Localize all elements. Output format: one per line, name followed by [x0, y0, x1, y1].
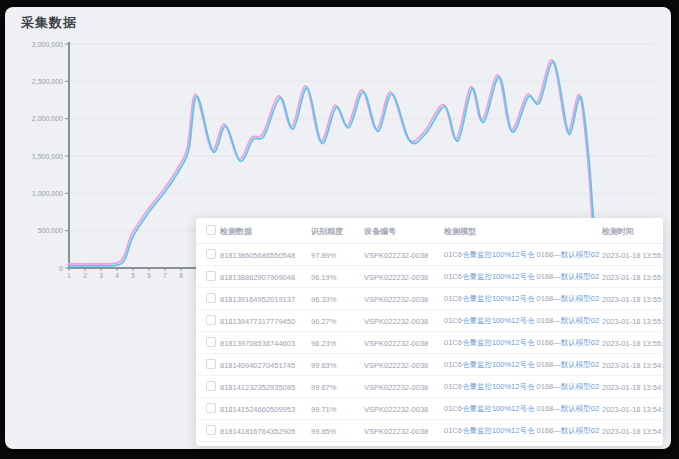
cell-device: VSPK022232-0038	[364, 382, 440, 391]
cell-time: 2023-01-18 13:55:25	[602, 316, 662, 325]
row-checkbox[interactable]	[206, 337, 216, 347]
x-axis-tick-label: 4	[115, 272, 119, 279]
cell-time: 2023-01-18 13:54:43	[602, 360, 662, 369]
row-checkbox[interactable]	[206, 381, 216, 391]
table-row[interactable]: 81813860568655054897.89%VSPK022232-00380…	[196, 244, 663, 266]
header-time: 检测时间	[602, 225, 662, 236]
app-panel: 采集数据 0500,0001,000,0001,500,0002,000,000…	[5, 7, 671, 449]
cell-data-id: 818141816764352905	[220, 426, 310, 435]
cell-accuracy: 97.89%	[311, 250, 359, 259]
cell-accuracy: 99.63%	[311, 360, 359, 369]
header-accuracy: 识别精度	[311, 225, 359, 236]
x-axis-tick-label: 1	[67, 272, 71, 279]
cell-model: 01C6仓量监控100%12号仓 0168—默认模型02	[444, 294, 596, 304]
header-model: 检测模型	[444, 225, 596, 236]
row-checkbox[interactable]	[206, 293, 216, 303]
y-axis-tick-label: 2,000,000	[32, 115, 63, 122]
cell-data-id: 818138862907909048	[220, 272, 310, 281]
cell-data-id: 818141232352935085	[220, 382, 310, 391]
cell-time: 2023-01-18 13:55:25	[602, 272, 662, 281]
cell-device: VSPK022232-0038	[364, 338, 440, 347]
cell-accuracy: 99.85%	[311, 426, 359, 435]
cell-model: 01C6仓量监控100%12号仓 0168—默认模型02	[444, 316, 596, 326]
cell-model: 01C6仓量监控100%12号仓 0168—默认模型02	[444, 250, 596, 260]
y-axis-tick-label: 2,500,000	[32, 78, 63, 85]
cell-device: VSPK022232-0038	[364, 316, 440, 325]
cell-time: 2023-01-18 13:55:23	[602, 338, 662, 347]
cell-accuracy: 96.19%	[311, 272, 359, 281]
x-axis-tick-label: 6	[147, 272, 151, 279]
cell-device: VSPK022232-0038	[364, 426, 440, 435]
cell-accuracy: 96.33%	[311, 294, 359, 303]
cell-device: VSPK022232-0038	[364, 250, 440, 259]
table-row[interactable]: 81813947731777945096.27%VSPK022232-00380…	[196, 310, 663, 332]
row-checkbox[interactable]	[206, 249, 216, 259]
cell-model: 01C6仓量监控100%12号仓 0168—默认模型02	[444, 338, 596, 348]
cell-device: VSPK022232-0038	[364, 360, 440, 369]
cell-accuracy: 99.71%	[311, 404, 359, 413]
detection-table-card: 检测数据 识别精度 设备编号 检测模型 检测时间 818138605686550…	[196, 218, 663, 446]
table-row[interactable]: 81813916495201913796.33%VSPK022232-00380…	[196, 288, 663, 310]
table-row[interactable]: 81814123235293508599.67%VSPK022232-00380…	[196, 376, 663, 398]
cell-model: 01C6仓量监控100%12号仓 0168—默认模型02	[444, 404, 596, 414]
y-axis-tick-label: 1,500,000	[32, 153, 63, 160]
cell-accuracy: 99.67%	[311, 382, 359, 391]
y-axis-tick-label: 500,000	[38, 227, 63, 234]
cell-data-id: 818138605686550548	[220, 250, 310, 259]
table-body: 81813860568655054897.89%VSPK022232-00380…	[196, 244, 663, 442]
cell-model: 01C6仓量监控100%12号仓 0168—默认模型02	[444, 360, 596, 370]
y-axis-tick-label: 1,000,000	[32, 190, 63, 197]
table-row[interactable]: 81813886290790904896.19%VSPK022232-00380…	[196, 266, 663, 288]
table-row[interactable]: 81814152466050995399.71%VSPK022232-00380…	[196, 398, 663, 420]
cell-model: 01C6仓量监控100%12号仓 0168—默认模型02	[444, 426, 596, 436]
table-header-row: 检测数据 识别精度 设备编号 检测模型 检测时间	[196, 218, 663, 244]
row-checkbox[interactable]	[206, 403, 216, 413]
row-checkbox[interactable]	[206, 359, 216, 369]
x-axis-tick-label: 3	[99, 272, 103, 279]
cell-device: VSPK022232-0038	[364, 272, 440, 281]
cell-model: 01C6仓量监控100%12号仓 0168—默认模型02	[444, 272, 596, 282]
table-row[interactable]: 81813970853674460396.23%VSPK022232-00380…	[196, 332, 663, 354]
cell-accuracy: 96.23%	[311, 338, 359, 347]
table-row[interactable]: 81814094027045174599.63%VSPK022232-00380…	[196, 354, 663, 376]
y-axis-tick-label: 3,000,000	[32, 41, 63, 48]
cell-time: 2023-01-18 13:55:25	[602, 250, 662, 259]
cell-data-id: 818140940270451745	[220, 360, 310, 369]
cell-data-id: 818139477317779450	[220, 316, 310, 325]
cell-data-id: 818141524660509953	[220, 404, 310, 413]
cell-device: VSPK022232-0038	[364, 294, 440, 303]
y-axis-tick-label: 0	[59, 265, 63, 272]
cell-accuracy: 96.27%	[311, 316, 359, 325]
screenshot-stage: 采集数据 0500,0001,000,0001,500,0002,000,000…	[0, 0, 679, 459]
row-checkbox[interactable]	[206, 425, 216, 435]
cell-device: VSPK022232-0038	[364, 404, 440, 413]
cell-time: 2023-01-18 13:55:25	[602, 294, 662, 303]
cell-time: 2023-01-18 13:54:43	[602, 404, 662, 413]
header-data-id: 检测数据	[220, 225, 310, 236]
row-checkbox[interactable]	[206, 315, 216, 325]
cell-time: 2023-01-18 13:54:43	[602, 426, 662, 435]
cell-data-id: 818139164952019137	[220, 294, 310, 303]
table-row[interactable]: 81814181676435290599.85%VSPK022232-00380…	[196, 420, 663, 442]
x-axis-tick-label: 2	[83, 272, 87, 279]
cell-model: 01C6仓量监控100%12号仓 0168—默认模型02	[444, 382, 596, 392]
select-all-checkbox[interactable]	[206, 225, 216, 235]
header-device: 设备编号	[364, 225, 440, 236]
cell-time: 2023-01-18 13:54:43	[602, 382, 662, 391]
x-axis-tick-label: 7	[163, 272, 167, 279]
cell-data-id: 818139708536744603	[220, 338, 310, 347]
x-axis-tick-label: 8	[179, 272, 183, 279]
x-axis-tick-label: 5	[131, 272, 135, 279]
row-checkbox[interactable]	[206, 271, 216, 281]
